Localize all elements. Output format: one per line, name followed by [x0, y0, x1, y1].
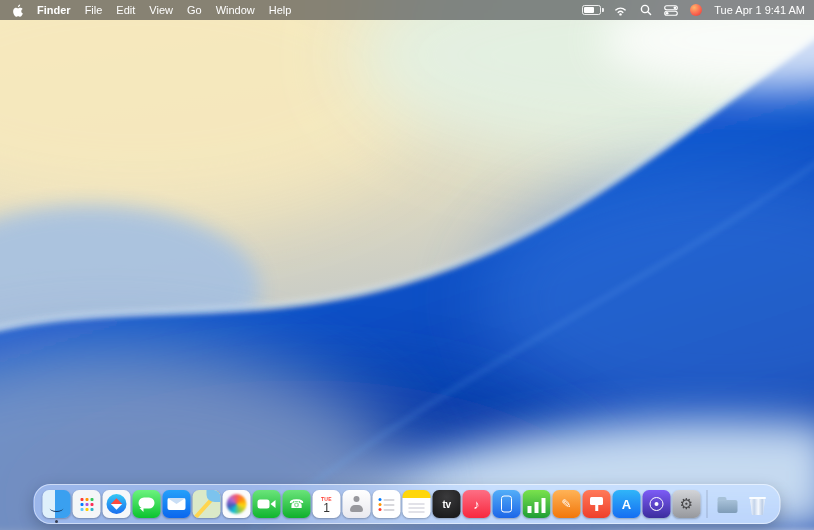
- menu-edit[interactable]: Edit: [116, 0, 135, 20]
- spotlight-icon[interactable]: [640, 4, 652, 16]
- launchpad-dock-icon[interactable]: [73, 490, 101, 518]
- battery-icon[interactable]: [582, 5, 601, 15]
- contacts-dock-icon[interactable]: [343, 490, 371, 518]
- settings-dock-icon[interactable]: ⚙: [673, 490, 701, 518]
- dock-divider: [707, 490, 708, 518]
- menu-file[interactable]: File: [85, 0, 103, 20]
- desktop-wallpaper: [0, 0, 814, 530]
- desktop: { "desktop": { "wallpaper_palette": ["#f…: [0, 0, 814, 530]
- menu-go[interactable]: Go: [187, 0, 202, 20]
- reminders-dock-icon[interactable]: [373, 490, 401, 518]
- menu-bar: Finder File Edit View Go Window Help: [0, 0, 814, 20]
- facetime-dock-icon[interactable]: [253, 490, 281, 518]
- menu-view[interactable]: View: [149, 0, 173, 20]
- finder-dock-icon[interactable]: [43, 490, 71, 518]
- app-menu-finder[interactable]: Finder: [37, 0, 71, 20]
- keynote-dock-icon[interactable]: [583, 490, 611, 518]
- tv-dock-icon[interactable]: tv: [433, 490, 461, 518]
- menu-bar-clock[interactable]: Tue Apr 1 9:41 AM: [714, 0, 805, 20]
- music-dock-icon[interactable]: ♪: [463, 490, 491, 518]
- app-store-dock-icon[interactable]: A: [613, 490, 641, 518]
- calendar-dock-icon[interactable]: TUE1: [313, 490, 341, 518]
- dock-apps: ☎TUE1tv♪✎A⚙: [43, 490, 701, 518]
- trash-icon[interactable]: [744, 490, 772, 518]
- wifi-icon[interactable]: [613, 5, 628, 16]
- control-center-icon[interactable]: [664, 5, 678, 16]
- siri-icon[interactable]: [690, 4, 702, 16]
- dock: ☎TUE1tv♪✎A⚙: [34, 484, 781, 524]
- pages-dock-icon[interactable]: ✎: [553, 490, 581, 518]
- iphone-mirroring-dock-icon[interactable]: [493, 490, 521, 518]
- notes-dock-icon[interactable]: [403, 490, 431, 518]
- menu-window[interactable]: Window: [216, 0, 255, 20]
- menu-help[interactable]: Help: [269, 0, 292, 20]
- photos-dock-icon[interactable]: [223, 490, 251, 518]
- numbers-dock-icon[interactable]: [523, 490, 551, 518]
- apple-logo-icon: [11, 3, 23, 17]
- podcasts-dock-icon[interactable]: [643, 490, 671, 518]
- apple-menu[interactable]: [11, 3, 23, 17]
- maps-dock-icon[interactable]: [193, 490, 221, 518]
- mail-dock-icon[interactable]: [163, 490, 191, 518]
- safari-dock-icon[interactable]: [103, 490, 131, 518]
- menu-bar-left: Finder File Edit View Go Window Help: [0, 0, 291, 20]
- phone-dock-icon[interactable]: ☎: [283, 490, 311, 518]
- menu-bar-status: Tue Apr 1 9:41 AM: [582, 0, 814, 20]
- messages-dock-icon[interactable]: [133, 490, 161, 518]
- downloads-folder-icon[interactable]: [714, 490, 742, 518]
